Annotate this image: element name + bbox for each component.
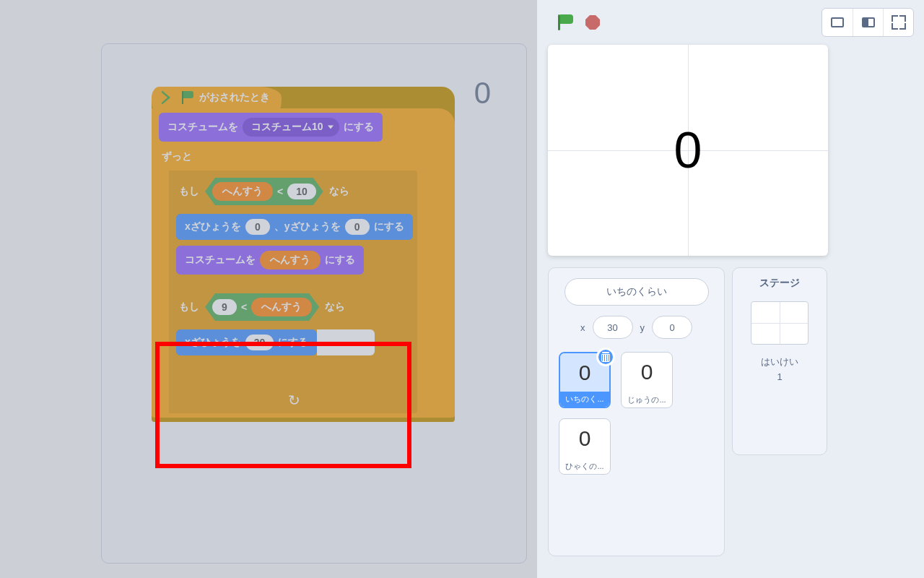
when-flag-clicked[interactable]: がおされたとき	[152, 87, 282, 108]
green-flag-button[interactable]	[555, 12, 575, 33]
green-flag-icon	[558, 14, 572, 30]
lt-symbol: <	[241, 301, 247, 313]
set-costume-var-block[interactable]: コスチュームを へんすう にする	[176, 246, 364, 275]
backdrop-count: 1	[761, 370, 798, 385]
if-prefix: もし	[179, 301, 199, 314]
text: コスチュームを	[167, 121, 238, 134]
x-input[interactable]: 30	[245, 335, 274, 350]
set-costume-block[interactable]: コスチュームを コスチューム10 にする	[159, 113, 383, 142]
sprite-y-input[interactable]: 0	[652, 316, 692, 339]
stop-icon	[585, 15, 600, 30]
costume-dropdown[interactable]: コスチューム10	[243, 118, 339, 137]
if-suffix: なら	[329, 185, 349, 198]
sprite-x-input[interactable]: 30	[593, 316, 633, 339]
editor-pane: 0 がおされたとき コスチュームを コスチューム10 にする ずっと もし	[0, 0, 537, 578]
if-prefix: もし	[179, 185, 199, 198]
backdrop-label: はいけい	[761, 355, 798, 370]
stage-thumbnail[interactable]	[751, 301, 808, 345]
text: 、yざひょうを	[274, 220, 341, 233]
stage-sprite-display: 0	[674, 121, 702, 179]
sprite-info-panel: いちのくらい x 30 y 0 0 いちのく... 0 じゅうの... 0 ひゃ…	[548, 267, 725, 556]
text: コスチュームを	[185, 254, 256, 267]
text: にする	[344, 121, 374, 134]
large-stage-button[interactable]	[853, 9, 883, 36]
empty-slot	[317, 329, 375, 355]
text: にする	[278, 336, 308, 349]
stage-preview[interactable]: 0	[548, 45, 828, 256]
less-than-operator[interactable]: へんすう < 10	[205, 178, 323, 205]
loop-arrow-icon: ↻	[288, 389, 300, 409]
variable-reporter[interactable]: へんすう	[251, 298, 312, 316]
sprite-tile[interactable]: 0 ひゃくの...	[559, 418, 611, 475]
x-input[interactable]: 0	[245, 219, 270, 235]
stage-selector-panel: ステージ はいけい 1	[732, 267, 827, 455]
text: xざひょうを	[185, 220, 241, 233]
forever-label: ずっと	[159, 147, 195, 165]
if-block-1-head[interactable]: もし へんすう < 10 なら	[176, 175, 352, 208]
green-flag-icon	[182, 91, 193, 104]
if-suffix: なら	[325, 301, 345, 314]
sprite-thumb: 0	[559, 419, 610, 459]
sprite-name-input[interactable]: いちのくらい	[565, 278, 709, 306]
sprite-thumb: 0	[622, 353, 672, 392]
number-input[interactable]: 9	[212, 299, 237, 315]
y-label: y	[640, 322, 645, 333]
less-than-operator-2[interactable]: 9 < へんすう	[205, 293, 319, 321]
text: にする	[325, 254, 355, 267]
workspace-overlay-number: 0	[474, 76, 491, 111]
sprite-label: いちのく...	[560, 392, 609, 407]
fullscreen-icon	[892, 16, 905, 29]
sprite-label: ひゃくの...	[559, 459, 610, 474]
forever-block[interactable]: もし へんすう < 10 なら xざひょうを 0 、yざひょうを 0 にする	[159, 171, 417, 413]
goto-xy-block[interactable]: xざひょうを 0 、yざひょうを 0 にする	[176, 214, 413, 240]
fullscreen-button[interactable]	[883, 9, 913, 36]
if-block-2-head[interactable]: もし 9 < へんすう なら	[176, 290, 348, 324]
sprite-xy-row: x 30 y 0	[559, 316, 714, 339]
variable-reporter[interactable]: へんすう	[260, 251, 321, 269]
small-stage-button[interactable]	[822, 9, 853, 36]
sprite-label: じゅうの...	[622, 392, 672, 407]
stop-button[interactable]	[583, 12, 603, 33]
small-stage-icon	[831, 17, 844, 27]
blocks-stack: 0 がおされたとき コスチュームを コスチューム10 にする ずっと もし	[152, 87, 513, 422]
stage-header	[545, 0, 924, 45]
stage-title: ステージ	[759, 277, 800, 290]
hat-block[interactable]: がおされたとき コスチュームを コスチューム10 にする ずっと もし へんすう…	[152, 87, 455, 422]
trash-icon	[601, 353, 610, 362]
hat-label: がおされたとき	[199, 91, 270, 104]
text: xざひょうを	[185, 336, 241, 349]
sprite-list: 0 いちのく... 0 じゅうの... 0 ひゃくの...	[559, 352, 714, 475]
lt-symbol: <	[277, 186, 283, 197]
y-input[interactable]: 0	[345, 219, 370, 235]
delete-sprite-button[interactable]	[596, 348, 615, 366]
number-input[interactable]: 10	[287, 184, 316, 199]
text: にする	[374, 220, 404, 233]
set-x-block[interactable]: xざひょうを 30 にする	[176, 329, 317, 355]
large-stage-icon	[862, 17, 875, 27]
x-label: x	[580, 322, 585, 333]
stage-size-group	[821, 8, 914, 37]
backdrop-meta: はいけい 1	[761, 355, 798, 385]
variable-reporter[interactable]: へんすう	[212, 182, 273, 201]
sprite-tile[interactable]: 0 いちのく...	[559, 352, 611, 408]
sprite-tile[interactable]: 0 じゅうの...	[621, 352, 673, 408]
